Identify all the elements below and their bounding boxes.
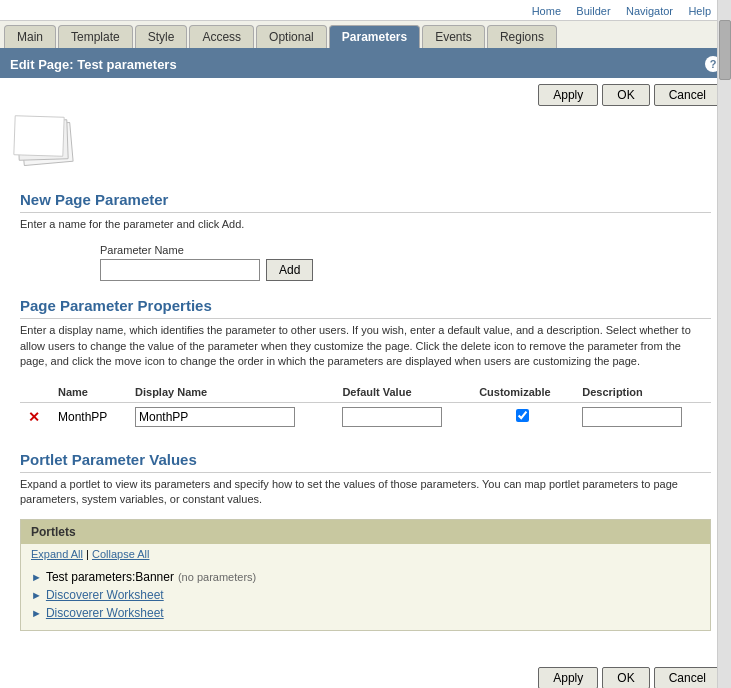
top-navigation: Home Builder Navigator Help xyxy=(0,0,731,21)
row-name-cell: MonthPP xyxy=(50,402,127,431)
tab-main[interactable]: Main xyxy=(4,25,56,48)
logo-image xyxy=(10,116,80,171)
tab-access[interactable]: Access xyxy=(189,25,254,48)
action-row-top: Apply OK Cancel xyxy=(0,78,731,112)
tab-template[interactable]: Template xyxy=(58,25,133,48)
apply-button-top[interactable]: Apply xyxy=(538,84,598,106)
arrow-icon-1: ► xyxy=(31,571,42,583)
col-header-customizable: Customizable xyxy=(471,382,574,403)
parameter-name-input[interactable] xyxy=(100,259,260,281)
action-row-bottom: Apply OK Cancel xyxy=(0,661,731,688)
list-item: ► Test parameters:Banner (no parameters) xyxy=(31,568,700,586)
parameter-name-label: Parameter Name xyxy=(100,244,184,256)
row-display-name-cell xyxy=(127,402,334,431)
portlet-parameter-values-desc: Expand a portlet to view its parameters … xyxy=(20,477,711,508)
table-row: ✕ MonthPP xyxy=(20,402,711,431)
edit-page-header: Edit Page: Test parameters ? xyxy=(0,50,731,78)
row-customizable-cell xyxy=(471,402,574,431)
portlet-name-1: Test parameters:Banner xyxy=(46,570,174,584)
ok-button-top[interactable]: OK xyxy=(602,84,649,106)
tab-parameters[interactable]: Parameters xyxy=(329,25,420,48)
new-page-parameter-desc: Enter a name for the parameter and click… xyxy=(20,217,711,232)
help-link[interactable]: Help xyxy=(688,5,711,17)
portlets-links: Expand All | Collapse All xyxy=(21,544,710,564)
default-value-input[interactable] xyxy=(342,407,442,427)
delete-icon[interactable]: ✕ xyxy=(28,409,40,425)
cancel-button-bottom[interactable]: Cancel xyxy=(654,667,721,688)
page-parameter-properties-desc: Enter a display name, which identifies t… xyxy=(20,323,711,369)
row-default-value-cell xyxy=(334,402,471,431)
tab-events[interactable]: Events xyxy=(422,25,485,48)
apply-button-bottom[interactable]: Apply xyxy=(538,667,598,688)
list-item: ► Discoverer Worksheet xyxy=(31,586,700,604)
scroll-thumb[interactable] xyxy=(719,20,731,80)
builder-link[interactable]: Builder xyxy=(576,5,610,17)
col-header-display-name: Display Name xyxy=(127,382,334,403)
col-header-name xyxy=(20,382,50,403)
expand-all-link[interactable]: Expand All xyxy=(31,548,83,560)
arrow-icon-3: ► xyxy=(31,607,42,619)
col-header-description: Description xyxy=(574,382,711,403)
portlet-link-3[interactable]: Discoverer Worksheet xyxy=(46,606,164,620)
add-parameter-button[interactable]: Add xyxy=(266,259,313,281)
tab-regions[interactable]: Regions xyxy=(487,25,557,48)
main-content: New Page Parameter Enter a name for the … xyxy=(0,191,731,651)
cancel-button-top[interactable]: Cancel xyxy=(654,84,721,106)
tab-optional[interactable]: Optional xyxy=(256,25,327,48)
portlets-header: Portlets xyxy=(21,520,710,544)
arrow-icon-2: ► xyxy=(31,589,42,601)
row-name: MonthPP xyxy=(58,410,107,424)
parameter-name-field-wrapper: Parameter Name xyxy=(100,244,260,281)
collapse-all-link[interactable]: Collapse All xyxy=(92,548,149,560)
portlets-container: Portlets Expand All | Collapse All ► Tes… xyxy=(20,519,711,631)
portlet-parameter-values-title: Portlet Parameter Values xyxy=(20,451,711,473)
page-tabs: Main Template Style Access Optional Para… xyxy=(0,21,731,50)
description-input[interactable] xyxy=(582,407,682,427)
portlet-link-2[interactable]: Discoverer Worksheet xyxy=(46,588,164,602)
display-name-input[interactable] xyxy=(135,407,295,427)
tab-style[interactable]: Style xyxy=(135,25,188,48)
ok-button-bottom[interactable]: OK xyxy=(602,667,649,688)
portlets-list: ► Test parameters:Banner (no parameters)… xyxy=(21,564,710,630)
properties-table: Name Display Name Default Value Customiz… xyxy=(20,382,711,431)
no-params-label-1: (no parameters) xyxy=(178,571,256,583)
row-description-cell xyxy=(574,402,711,431)
home-link[interactable]: Home xyxy=(532,5,561,17)
list-item: ► Discoverer Worksheet xyxy=(31,604,700,622)
paper-sheet-3 xyxy=(13,115,64,157)
edit-page-title: Edit Page: Test parameters xyxy=(10,57,177,72)
page-parameter-properties-title: Page Parameter Properties xyxy=(20,297,711,319)
navigator-link[interactable]: Navigator xyxy=(626,5,673,17)
delete-cell: ✕ xyxy=(20,402,50,431)
scrollbar[interactable] xyxy=(717,0,731,688)
col-header-name-label: Name xyxy=(50,382,127,403)
logo-area xyxy=(0,112,731,181)
new-page-parameter-title: New Page Parameter xyxy=(20,191,711,213)
col-header-default-value: Default Value xyxy=(334,382,471,403)
customizable-checkbox[interactable] xyxy=(516,409,529,422)
